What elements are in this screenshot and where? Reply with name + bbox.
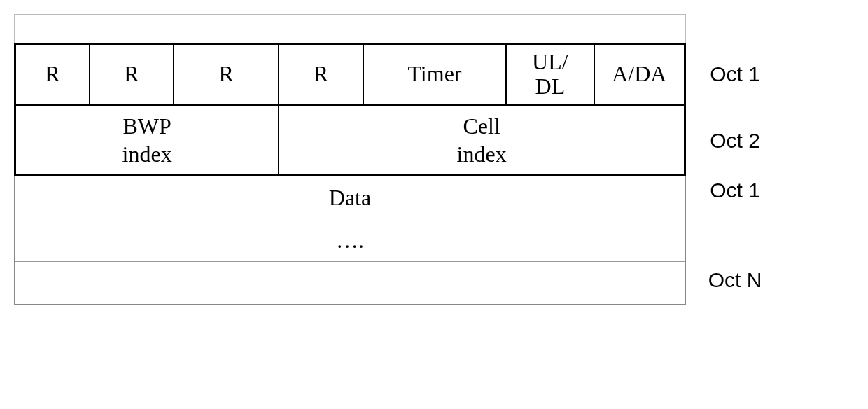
data-row-1: …. (15, 219, 685, 261)
ruler-tick (519, 13, 519, 44)
oct1-cell-0: R (16, 45, 90, 104)
mac-ce-structure-diagram: RRRRTimerUL/ DLA/DA Oct 1 BWP indexCell … (14, 14, 854, 305)
data-row-2 (15, 261, 685, 304)
oct1-cell-1: R (90, 45, 174, 104)
ruler-tick (351, 13, 351, 44)
data-block: Data…. (14, 176, 686, 305)
octet-1-row: RRRRTimerUL/ DLA/DA (14, 43, 686, 106)
data-end-label: Oct N (708, 268, 762, 292)
octet-1-label: Oct 1 (686, 43, 784, 106)
ruler-tick (435, 13, 435, 44)
oct2-cell-0: BWP index (16, 106, 279, 174)
data-row-0: Data (15, 176, 685, 219)
data-start-label: Oct 1 (710, 179, 760, 202)
ruler-tick (267, 13, 267, 44)
bit-ruler (14, 14, 686, 43)
oct1-cell-5: UL/ DL (507, 45, 594, 104)
oct1-cell-2: R (174, 45, 279, 104)
octet-2-label: Oct 2 (686, 106, 784, 176)
ruler-tick (603, 13, 603, 44)
oct1-cell-4: Timer (364, 45, 507, 104)
oct1-cell-6: A/DA (595, 45, 684, 104)
ruler-tick (183, 13, 183, 44)
octet-2-row: BWP indexCell index (14, 106, 686, 176)
oct2-cell-1: Cell index (279, 106, 684, 174)
ruler-tick (99, 13, 99, 44)
oct1-cell-3: R (279, 45, 363, 104)
